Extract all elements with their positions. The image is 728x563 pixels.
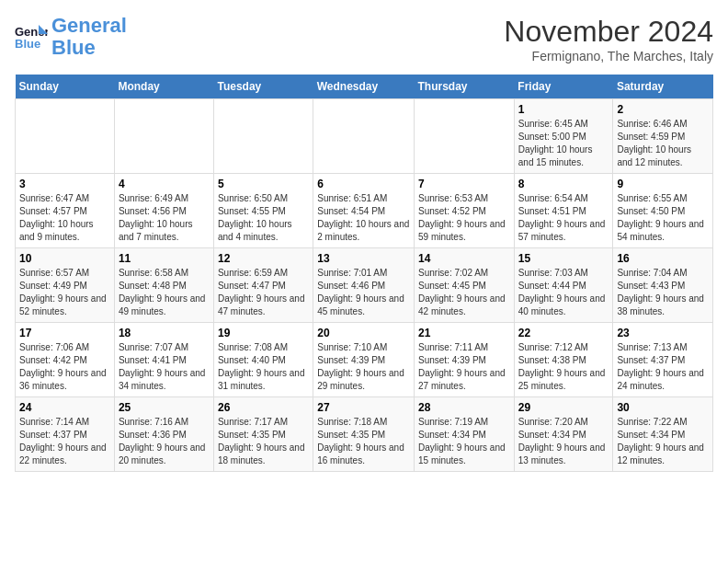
day-cell (313, 99, 415, 174)
header-cell-thursday: Thursday (415, 75, 515, 99)
week-row-3: 10Sunrise: 6:57 AMSunset: 4:49 PMDayligh… (16, 248, 713, 323)
day-cell: 7Sunrise: 6:53 AMSunset: 4:52 PMDaylight… (415, 174, 515, 248)
day-number: 20 (317, 327, 410, 339)
svg-text:Blue: Blue (15, 37, 40, 51)
day-cell: 1Sunrise: 6:45 AMSunset: 5:00 PMDaylight… (514, 99, 613, 174)
day-number: 10 (19, 252, 110, 265)
day-cell: 23Sunrise: 7:13 AMSunset: 4:37 PMDayligh… (613, 323, 713, 397)
day-cell: 3Sunrise: 6:47 AMSunset: 4:57 PMDaylight… (16, 174, 115, 248)
day-info: Sunrise: 7:12 AMSunset: 4:38 PMDaylight:… (518, 341, 609, 393)
logo-icon: General Blue (15, 23, 48, 51)
day-cell: 4Sunrise: 6:49 AMSunset: 4:56 PMDaylight… (114, 174, 213, 248)
day-cell: 11Sunrise: 6:58 AMSunset: 4:48 PMDayligh… (114, 248, 213, 323)
day-info: Sunrise: 7:11 AMSunset: 4:39 PMDaylight:… (418, 341, 510, 393)
day-info: Sunrise: 7:18 AMSunset: 4:35 PMDaylight:… (317, 416, 410, 467)
day-cell: 22Sunrise: 7:12 AMSunset: 4:38 PMDayligh… (514, 323, 613, 397)
day-cell: 8Sunrise: 6:54 AMSunset: 4:51 PMDaylight… (514, 174, 613, 248)
day-cell: 27Sunrise: 7:18 AMSunset: 4:35 PMDayligh… (313, 397, 415, 472)
day-number: 24 (19, 401, 110, 414)
day-cell (16, 99, 115, 174)
day-info: Sunrise: 7:20 AMSunset: 4:34 PMDaylight:… (518, 416, 609, 467)
day-number: 12 (218, 252, 309, 265)
day-cell (213, 99, 313, 174)
day-cell: 17Sunrise: 7:06 AMSunset: 4:42 PMDayligh… (16, 323, 115, 397)
day-number: 16 (617, 252, 709, 265)
day-info: Sunrise: 6:49 AMSunset: 4:56 PMDaylight:… (119, 192, 210, 244)
day-number: 25 (119, 401, 210, 414)
day-number: 19 (218, 327, 309, 339)
logo-line1: General (51, 14, 127, 37)
day-cell: 18Sunrise: 7:07 AMSunset: 4:41 PMDayligh… (114, 323, 213, 397)
day-info: Sunrise: 7:19 AMSunset: 4:34 PMDaylight:… (418, 416, 510, 467)
day-number: 11 (119, 252, 210, 265)
day-number: 1 (518, 103, 609, 116)
month-title: November 2024 (504, 15, 713, 49)
day-cell: 5Sunrise: 6:50 AMSunset: 4:55 PMDaylight… (213, 174, 313, 248)
day-info: Sunrise: 6:59 AMSunset: 4:47 PMDaylight:… (218, 267, 309, 318)
day-number: 6 (317, 178, 410, 190)
day-info: Sunrise: 7:04 AMSunset: 4:43 PMDaylight:… (617, 267, 709, 318)
day-number: 4 (119, 178, 210, 190)
day-cell: 16Sunrise: 7:04 AMSunset: 4:43 PMDayligh… (613, 248, 713, 323)
day-info: Sunrise: 6:45 AMSunset: 5:00 PMDaylight:… (518, 118, 609, 169)
day-info: Sunrise: 7:02 AMSunset: 4:45 PMDaylight:… (418, 267, 510, 318)
header-cell-saturday: Saturday (613, 75, 713, 99)
week-row-2: 3Sunrise: 6:47 AMSunset: 4:57 PMDaylight… (16, 174, 713, 248)
day-cell: 13Sunrise: 7:01 AMSunset: 4:46 PMDayligh… (313, 248, 415, 323)
day-cell: 30Sunrise: 7:22 AMSunset: 4:34 PMDayligh… (613, 397, 713, 472)
day-cell: 2Sunrise: 6:46 AMSunset: 4:59 PMDaylight… (613, 99, 713, 174)
day-number: 26 (218, 401, 309, 414)
day-cell: 20Sunrise: 7:10 AMSunset: 4:39 PMDayligh… (313, 323, 415, 397)
day-number: 3 (19, 178, 110, 190)
day-cell (415, 99, 515, 174)
day-cell: 24Sunrise: 7:14 AMSunset: 4:37 PMDayligh… (16, 397, 115, 472)
day-info: Sunrise: 6:50 AMSunset: 4:55 PMDaylight:… (218, 192, 309, 244)
day-info: Sunrise: 6:53 AMSunset: 4:52 PMDaylight:… (418, 192, 510, 244)
day-number: 23 (617, 327, 709, 339)
day-info: Sunrise: 6:51 AMSunset: 4:54 PMDaylight:… (317, 192, 410, 244)
week-row-1: 1Sunrise: 6:45 AMSunset: 5:00 PMDaylight… (16, 99, 713, 174)
day-number: 30 (617, 401, 709, 414)
calendar-table: SundayMondayTuesdayWednesdayThursdayFrid… (15, 75, 713, 472)
day-number: 5 (218, 178, 309, 190)
header-row: SundayMondayTuesdayWednesdayThursdayFrid… (16, 75, 713, 99)
day-cell: 15Sunrise: 7:03 AMSunset: 4:44 PMDayligh… (514, 248, 613, 323)
logo: General Blue General Blue (15, 15, 127, 59)
day-number: 17 (19, 327, 110, 339)
day-cell: 28Sunrise: 7:19 AMSunset: 4:34 PMDayligh… (415, 397, 515, 472)
day-info: Sunrise: 7:10 AMSunset: 4:39 PMDaylight:… (317, 341, 410, 393)
week-row-5: 24Sunrise: 7:14 AMSunset: 4:37 PMDayligh… (16, 397, 713, 472)
day-info: Sunrise: 7:14 AMSunset: 4:37 PMDaylight:… (19, 416, 110, 467)
day-number: 29 (518, 401, 609, 414)
day-cell: 9Sunrise: 6:55 AMSunset: 4:50 PMDaylight… (613, 174, 713, 248)
header-cell-tuesday: Tuesday (213, 75, 313, 99)
day-number: 21 (418, 327, 510, 339)
day-info: Sunrise: 7:03 AMSunset: 4:44 PMDaylight:… (518, 267, 609, 318)
day-cell: 14Sunrise: 7:02 AMSunset: 4:45 PMDayligh… (415, 248, 515, 323)
day-cell: 21Sunrise: 7:11 AMSunset: 4:39 PMDayligh… (415, 323, 515, 397)
day-cell: 29Sunrise: 7:20 AMSunset: 4:34 PMDayligh… (514, 397, 613, 472)
logo-text: General Blue (51, 15, 127, 59)
day-number: 9 (617, 178, 709, 190)
header-cell-monday: Monday (114, 75, 213, 99)
header-cell-wednesday: Wednesday (313, 75, 415, 99)
day-info: Sunrise: 7:01 AMSunset: 4:46 PMDaylight:… (317, 267, 410, 318)
day-cell: 26Sunrise: 7:17 AMSunset: 4:35 PMDayligh… (213, 397, 313, 472)
day-info: Sunrise: 6:55 AMSunset: 4:50 PMDaylight:… (617, 192, 709, 244)
day-info: Sunrise: 7:13 AMSunset: 4:37 PMDaylight:… (617, 341, 709, 393)
week-row-4: 17Sunrise: 7:06 AMSunset: 4:42 PMDayligh… (16, 323, 713, 397)
day-number: 13 (317, 252, 410, 265)
day-info: Sunrise: 6:47 AMSunset: 4:57 PMDaylight:… (19, 192, 110, 244)
day-cell: 25Sunrise: 7:16 AMSunset: 4:36 PMDayligh… (114, 397, 213, 472)
day-cell (114, 99, 213, 174)
day-number: 8 (518, 178, 609, 190)
day-info: Sunrise: 7:08 AMSunset: 4:40 PMDaylight:… (218, 341, 309, 393)
day-info: Sunrise: 7:17 AMSunset: 4:35 PMDaylight:… (218, 416, 309, 467)
day-info: Sunrise: 7:22 AMSunset: 4:34 PMDaylight:… (617, 416, 709, 467)
day-info: Sunrise: 6:58 AMSunset: 4:48 PMDaylight:… (119, 267, 210, 318)
day-number: 22 (518, 327, 609, 339)
day-info: Sunrise: 6:46 AMSunset: 4:59 PMDaylight:… (617, 118, 709, 169)
title-area: November 2024 Fermignano, The Marches, I… (504, 15, 713, 63)
day-cell: 6Sunrise: 6:51 AMSunset: 4:54 PMDaylight… (313, 174, 415, 248)
day-number: 28 (418, 401, 510, 414)
